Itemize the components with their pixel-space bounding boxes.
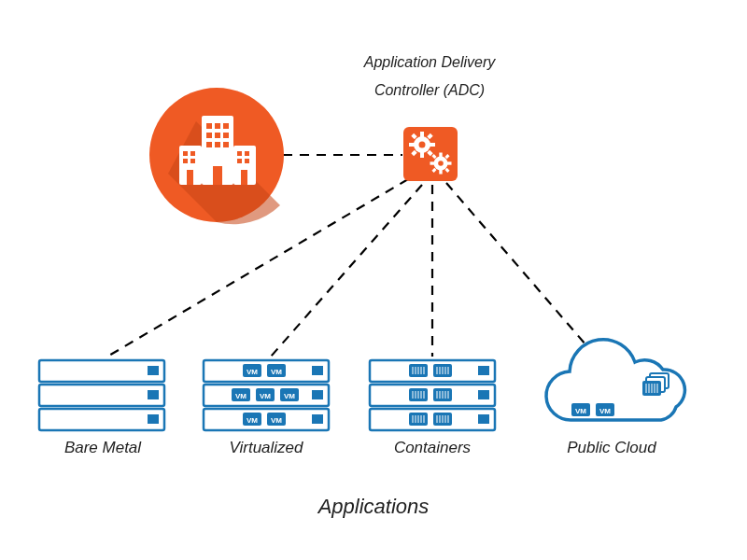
svg-rect-64 <box>204 360 329 382</box>
svg-rect-33 <box>409 143 415 147</box>
svg-rect-58 <box>39 360 164 382</box>
svg-rect-16 <box>215 142 220 147</box>
svg-rect-66 <box>204 409 329 430</box>
svg-rect-27 <box>245 159 249 163</box>
adc-icon <box>403 127 458 181</box>
svg-rect-59 <box>39 385 164 406</box>
svg-rect-61 <box>148 366 159 375</box>
svg-rect-12 <box>206 133 212 138</box>
svg-line-4 <box>446 183 598 358</box>
svg-rect-21 <box>183 159 188 163</box>
svg-rect-75 <box>478 414 489 424</box>
svg-rect-70 <box>370 360 495 382</box>
svg-rect-43 <box>430 161 435 164</box>
svg-rect-73 <box>478 366 489 375</box>
svg-rect-63 <box>148 414 159 424</box>
svg-rect-22 <box>190 159 195 163</box>
bare-metal-icon <box>39 360 164 430</box>
svg-rect-42 <box>439 170 442 175</box>
svg-rect-28 <box>241 170 247 185</box>
svg-point-49 <box>438 161 444 166</box>
virtualized-icon <box>204 360 329 430</box>
svg-rect-60 <box>39 409 164 430</box>
svg-rect-32 <box>420 152 424 158</box>
svg-line-2 <box>271 185 422 357</box>
svg-rect-41 <box>439 153 442 158</box>
svg-point-39 <box>419 142 426 148</box>
svg-rect-44 <box>447 161 452 164</box>
svg-rect-62 <box>148 390 159 399</box>
svg-rect-19 <box>183 151 188 156</box>
svg-rect-11 <box>223 123 229 129</box>
svg-rect-34 <box>430 143 435 147</box>
svg-rect-24 <box>237 151 242 156</box>
svg-rect-20 <box>190 151 195 156</box>
svg-rect-10 <box>215 123 220 129</box>
svg-rect-26 <box>237 159 242 163</box>
svg-rect-72 <box>370 409 495 430</box>
svg-rect-23 <box>187 170 193 185</box>
svg-rect-14 <box>223 133 229 138</box>
svg-rect-13 <box>215 133 220 138</box>
containers-icon <box>370 360 495 430</box>
public-cloud-icon <box>546 340 684 420</box>
svg-rect-9 <box>206 123 212 129</box>
svg-rect-17 <box>223 142 229 147</box>
svg-rect-71 <box>370 385 495 406</box>
svg-rect-18 <box>213 166 222 185</box>
svg-rect-31 <box>420 132 424 137</box>
svg-rect-69 <box>312 414 323 424</box>
building-icon <box>149 88 284 224</box>
svg-rect-25 <box>245 151 249 156</box>
svg-rect-15 <box>206 142 212 147</box>
svg-rect-67 <box>312 366 323 375</box>
svg-rect-74 <box>478 390 489 399</box>
svg-rect-68 <box>312 390 323 399</box>
